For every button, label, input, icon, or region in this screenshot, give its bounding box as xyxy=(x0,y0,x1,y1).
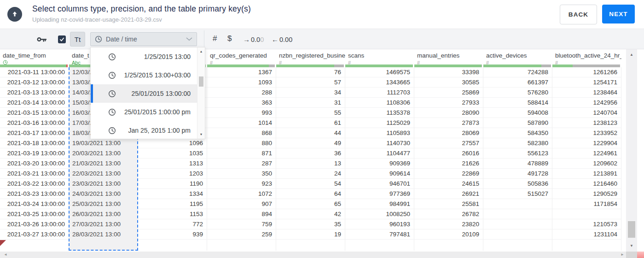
text-type-button[interactable]: Tt xyxy=(70,32,85,47)
table-cell: 2021-03-21 13:00:00 xyxy=(0,169,69,179)
table-cell: 2021-03-11 13:00:00 xyxy=(0,67,69,77)
column-header-bluetooth_active_24_hr_[interactable]: bluetooth_active_24_hr_# xyxy=(552,49,621,64)
column-header-nzbn_registered_busine[interactable]: nzbn_registered_busine# xyxy=(276,49,345,64)
format-option[interactable]: Jan 25, 2015 1:00 pm xyxy=(91,121,205,140)
table-cell: 1261266 xyxy=(552,67,621,77)
table-cell: 54 xyxy=(276,179,345,189)
table-cell: 21/03/2021 13:00 xyxy=(69,158,138,169)
integer-type-button[interactable]: # xyxy=(213,34,217,43)
table-cell: 1242956 xyxy=(552,98,621,108)
table-cell: 19 xyxy=(276,229,345,240)
table-cell: 515027 xyxy=(483,189,552,199)
vertical-scrollbar[interactable]: ▲ ▼ xyxy=(626,49,637,252)
currency-type-button[interactable]: $ xyxy=(227,34,232,43)
format-option[interactable]: 1/25/2015 13:00 xyxy=(91,47,205,66)
column-header-scans[interactable]: scans# xyxy=(345,49,414,64)
table-cell: 2021-03-25 13:00:00 xyxy=(0,209,69,219)
table-cell: 587890 xyxy=(483,118,552,128)
table-cell: 1210573 xyxy=(552,219,621,229)
right-arrow-icon: → xyxy=(243,35,250,43)
table-cell xyxy=(138,240,207,251)
table-cell: 26782 xyxy=(414,209,483,219)
table-cell: 31 xyxy=(276,98,345,108)
table-cell: 288 xyxy=(207,88,276,98)
table-cell: 20109 xyxy=(414,229,483,240)
format-option-label: 25/01/2015 1:00:00 pm xyxy=(116,108,205,116)
table-cell: 909369 xyxy=(345,158,414,169)
horizontal-scrollbar[interactable]: ◄ ► xyxy=(0,252,644,258)
next-button[interactable]: NEXT xyxy=(602,5,635,23)
boolean-type-checkbox[interactable] xyxy=(58,35,66,43)
table-cell: 1135378 xyxy=(345,108,414,118)
table-cell: 909614 xyxy=(345,169,414,179)
dropdown-scrollbar[interactable]: ▲ ▼ xyxy=(197,47,205,139)
scroll-down-arrow[interactable]: ▼ xyxy=(626,242,637,250)
table-cell: 55 xyxy=(276,108,345,118)
table-cell: 1231104 xyxy=(552,229,621,240)
table-cell: 993 xyxy=(207,108,276,118)
format-dropdown-panel: 1/25/2015 13:001/25/2015 13:00+03:0025/0… xyxy=(90,47,205,139)
table-cell: 582380 xyxy=(483,138,552,148)
table-cell: 868 xyxy=(207,128,276,138)
clock-icon xyxy=(108,71,116,79)
table-cell: 2021-03-16 13:00:00 xyxy=(0,118,69,128)
format-option[interactable]: 25/01/2015 1:00:00 pm xyxy=(91,103,205,121)
table-cell: 21626 xyxy=(414,158,483,169)
table-cell: 1367 xyxy=(207,67,276,77)
scroll-up-arrow[interactable]: ▲ xyxy=(626,51,637,59)
table-cell: 1035 xyxy=(138,148,207,158)
scroll-left-arrow[interactable]: ◄ xyxy=(4,252,7,258)
datetime-type-select[interactable]: Date / time xyxy=(90,32,197,46)
number-type-badge: # xyxy=(210,60,273,64)
table-cell: 772 xyxy=(138,219,207,229)
table-cell xyxy=(345,240,414,251)
table-cell: 1125029 xyxy=(345,118,414,128)
table-cell: 1334 xyxy=(138,189,207,199)
table-cell: 894 xyxy=(207,209,276,219)
column-name: manual_entries xyxy=(417,52,459,59)
table-cell: 576280 xyxy=(483,88,552,98)
scroll-down-arrow[interactable]: ▼ xyxy=(197,131,205,138)
table-cell: 1195 xyxy=(138,199,207,209)
column-name: qr_codes_generated xyxy=(210,52,267,59)
table-row: 2021-03-21 13:00:0022/03/2021 13:0012033… xyxy=(0,169,621,179)
back-button[interactable]: BACK xyxy=(560,5,597,24)
column-header-active_devices[interactable]: active_devices# xyxy=(483,49,552,64)
table-cell: 13 xyxy=(276,158,345,169)
decimal-pad-left-button[interactable]: ← 0.00 xyxy=(272,35,292,43)
pad-left-value: 0.00 xyxy=(279,36,292,43)
primary-key-icon[interactable] xyxy=(37,36,47,45)
table-cell: 25869 xyxy=(414,88,483,98)
format-option[interactable]: 1/25/2015 13:00+03:00 xyxy=(91,66,205,84)
table-cell: 28090 xyxy=(414,108,483,118)
table-cell: 61 xyxy=(276,118,345,128)
decimal-pad-right-button[interactable]: → 0.0 0 xyxy=(243,35,264,43)
table-cell: 1112703 xyxy=(345,88,414,98)
format-option[interactable]: 25/01/2015 13:00:00 xyxy=(91,84,205,103)
column-header-qr_codes_generated[interactable]: qr_codes_generated# xyxy=(207,49,276,64)
chevron-down-icon xyxy=(186,37,192,41)
dropdown-scrollbar-thumb[interactable] xyxy=(199,76,203,87)
table-row: 2021-03-27 13:00:0028/03/2021 13:0093925… xyxy=(0,229,621,240)
table-cell: 35 xyxy=(276,219,345,229)
table-cell: 939 xyxy=(138,229,207,240)
scroll-up-arrow[interactable]: ▲ xyxy=(197,48,205,55)
table-cell: 24615 xyxy=(414,179,483,189)
format-option-label: Jan 25, 2015 1:00 pm xyxy=(116,127,205,134)
table-cell: 880 xyxy=(207,138,276,148)
table-cell: 28/03/2021 13:00 xyxy=(69,229,138,240)
table-cell xyxy=(552,209,621,219)
column-header-manual_entries[interactable]: manual_entries# xyxy=(414,49,483,64)
table-cell xyxy=(483,240,552,251)
table-cell: 1209602 xyxy=(552,158,621,169)
table-cell xyxy=(69,240,138,251)
table-row: 2021-03-20 13:00:0021/03/2021 13:0013132… xyxy=(0,158,621,169)
table-cell: 33398 xyxy=(414,67,483,77)
table-cell: 25581 xyxy=(414,199,483,209)
clock-type-icon xyxy=(3,60,66,64)
table-cell: 1233952 xyxy=(552,128,621,138)
column-header-date_time_from[interactable]: date_time_from xyxy=(0,49,69,64)
vertical-scrollbar-thumb[interactable] xyxy=(628,221,635,238)
table-cell: 22869 xyxy=(414,169,483,179)
scroll-right-arrow[interactable]: ► xyxy=(621,252,624,258)
